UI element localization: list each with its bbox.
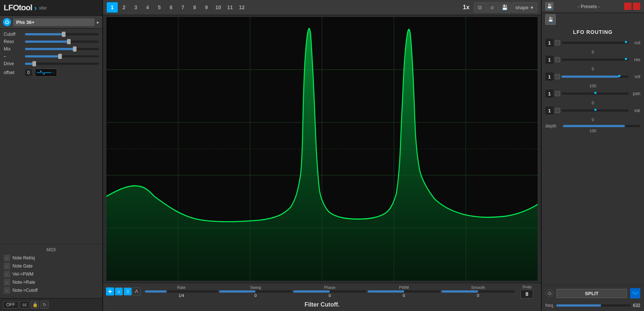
routing-res-value: 0 (545, 67, 640, 71)
freq-slider[interactable] (556, 304, 631, 307)
swing-slider[interactable] (219, 290, 292, 293)
cc-button[interactable]: cc (20, 301, 29, 308)
tab-4[interactable]: 4 (142, 2, 153, 13)
presets-red-btn-1[interactable] (624, 3, 631, 10)
param-unnamed-row: – (4, 54, 99, 59)
mode-btn-3[interactable] (132, 287, 141, 296)
unnamed-slider[interactable] (25, 55, 99, 57)
midi-vel-pwm[interactable]: ♪ Vel->PWM (4, 271, 99, 277)
midi-note-gate[interactable]: ♪ Note Gate (4, 263, 99, 269)
company-name: xfer (39, 5, 47, 11)
split-power-button[interactable]: ⏻ (545, 289, 553, 297)
routing-vol-slider[interactable] (562, 76, 629, 78)
midi-note-retrig[interactable]: ♪ Note Retriq (4, 255, 99, 261)
tab-2[interactable]: 2 (118, 2, 130, 13)
routing-title: LFO ROUTING (545, 29, 640, 35)
tab-5[interactable]: 5 (154, 2, 165, 13)
shape-label: shape (516, 5, 528, 10)
drive-slider[interactable] (25, 63, 99, 65)
routing-vol-value: 100 (545, 84, 640, 88)
rate-slider[interactable] (145, 290, 218, 293)
lfo-canvas[interactable] (106, 17, 538, 281)
cutoff-slider[interactable] (25, 33, 99, 35)
bottom-bar: OFF cc 🔒 ↻ (0, 298, 102, 311)
presets-red-btn-2[interactable] (633, 3, 640, 10)
routing-res-row: 1 res (545, 56, 640, 64)
phase-slider[interactable] (293, 290, 366, 293)
param-mix-row: Mix (4, 46, 99, 52)
tab-7[interactable]: 7 (177, 2, 188, 13)
snap-value-box[interactable]: 8 (520, 290, 533, 298)
reso-slider[interactable] (25, 41, 99, 43)
cutoff-label: Cutoff (4, 32, 22, 37)
left-panel: LFOtool › xfer ⏻ Phs 36+ ▸ Cutoff Reso M… (0, 0, 103, 311)
midi-vel-pwm-label: Vel->PWM (13, 272, 33, 277)
routing-vol-mini-btn[interactable] (555, 74, 560, 79)
tab-6[interactable]: 6 (166, 2, 177, 13)
right-panel: 💾 - Presets - 💾 LFO ROUTING 1 cut 0 1 (541, 0, 644, 311)
freq-value: 632 (633, 303, 640, 308)
preset-name[interactable]: Phs 36+ (13, 18, 95, 26)
offset-value[interactable]: 0 (25, 69, 32, 76)
wave-display[interactable]: ··· (35, 69, 57, 77)
routing-var-num[interactable]: 1 (545, 106, 553, 115)
depth-slider[interactable] (563, 125, 640, 127)
routing-res-slider[interactable] (562, 59, 629, 61)
shape-button[interactable]: shape ▾ (512, 2, 537, 13)
off-button[interactable]: OFF (3, 301, 18, 308)
logo-bar: LFOtool › xfer (0, 0, 102, 16)
tab-1[interactable]: 1 (107, 2, 118, 13)
mode-btn-1[interactable]: o (115, 287, 123, 296)
routing-var-slider[interactable] (562, 109, 629, 112)
tab-10[interactable]: 10 (213, 2, 224, 13)
midi-note-rate[interactable]: ♪ Note->Rate (4, 279, 99, 286)
smooth-ctrl-value: 0 (477, 293, 479, 298)
snap-group: Snap 8 (516, 284, 538, 298)
copy-button[interactable]: ⧉ (474, 2, 486, 13)
tab-12[interactable]: 12 (236, 2, 247, 13)
midi-note-cutoff[interactable]: ♪ Note->Cutoff (4, 287, 99, 294)
sync-button[interactable]: ↻ (40, 301, 49, 309)
routing-pan-mini-btn[interactable] (555, 91, 560, 96)
mode-btn-2[interactable]: 3 (124, 287, 132, 296)
routing-cut-slider[interactable] (562, 42, 629, 44)
routing-vol-num[interactable]: 1 (545, 73, 553, 81)
midi-note-retrig-label: Note Retriq (13, 255, 35, 261)
save-icon-btn[interactable]: 💾 (545, 14, 556, 25)
routing-pan-num[interactable]: 1 (545, 90, 553, 98)
preset-next-icon[interactable]: ▸ (97, 19, 99, 25)
routing-cut-mini-btn[interactable] (555, 40, 560, 45)
note-gate-icon: ♪ (4, 263, 10, 269)
lock-button[interactable]: 🔒 (31, 301, 39, 309)
routing-pan-slider[interactable] (562, 92, 629, 95)
smooth-ctrl-label: Smooth (471, 285, 485, 290)
split-button[interactable]: SPLIT (556, 289, 627, 298)
swing-group: Swing 0 (219, 285, 292, 298)
routing-pan-value: 0 (545, 101, 640, 105)
phase-ctrl-value: 0 (329, 293, 331, 298)
mode-btn-active[interactable] (106, 287, 114, 296)
tab-3[interactable]: 3 (130, 2, 141, 13)
routing-cut-num[interactable]: 1 (545, 39, 553, 47)
vel-pwm-icon: ♪ (4, 271, 10, 277)
smooth-slider[interactable] (442, 290, 514, 293)
rate-multiplier[interactable]: 1x (459, 4, 473, 11)
presets-buttons (624, 3, 640, 10)
midi-note-cutoff-label: Note->Cutoff (13, 288, 38, 293)
smooth-group: Smooth 0 (442, 285, 514, 298)
save-button[interactable]: 💾 (499, 2, 511, 13)
power-button[interactable]: ⏻ (3, 18, 11, 26)
routing-var-mini-btn[interactable] (555, 108, 560, 113)
lfo-waveform-svg (106, 17, 538, 281)
pwm-slider[interactable] (368, 290, 440, 293)
mix-slider[interactable] (25, 48, 99, 50)
tab-9[interactable]: 9 (201, 2, 212, 13)
routing-res-mini-btn[interactable] (555, 57, 560, 62)
tab-11[interactable]: 11 (224, 2, 236, 13)
presets-save-icon[interactable]: 💾 (545, 2, 553, 10)
wave-icon[interactable] (630, 288, 640, 298)
tab-8[interactable]: 8 (189, 2, 200, 13)
app-logo: LFOtool (4, 3, 32, 13)
paste-button[interactable]: ⧈ (486, 2, 498, 13)
routing-res-num[interactable]: 1 (545, 56, 553, 64)
